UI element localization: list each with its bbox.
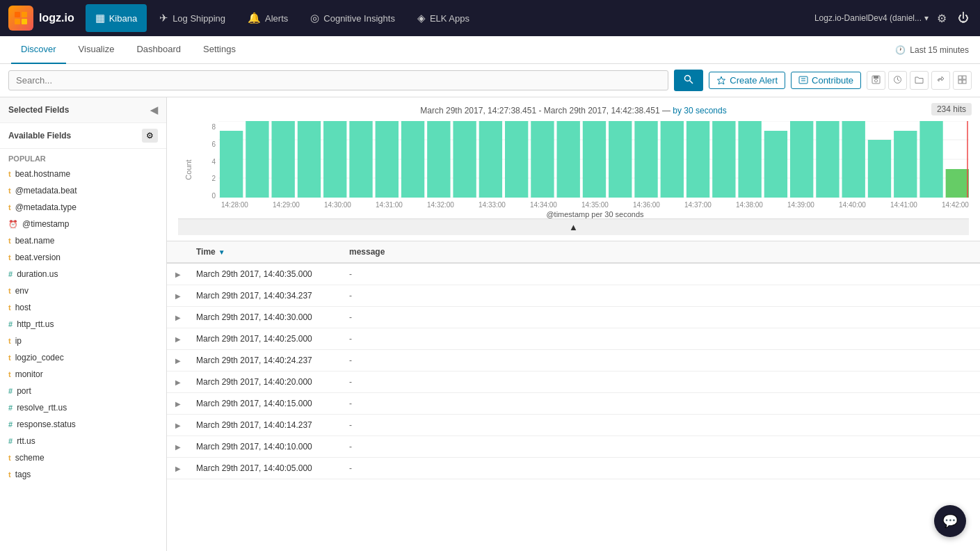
save-icon[interactable]	[867, 71, 885, 90]
table-row[interactable]: ▶ March 29th 2017, 14:40:05.000 -	[167, 458, 980, 479]
histogram-interval-link[interactable]: by 30 seconds	[673, 106, 726, 115]
field-type-icon: t	[8, 186, 11, 195]
nav-elk-apps[interactable]: ◈ ELK Apps	[408, 4, 479, 32]
field-beat-name[interactable]: t beat.name	[0, 232, 166, 249]
expand-arrow-icon[interactable]: ▶	[175, 292, 196, 300]
tab-settings[interactable]: Settings	[193, 36, 246, 64]
field-name-label: env	[15, 286, 158, 296]
time-col-header[interactable]: Time ▼	[196, 247, 349, 257]
table-row[interactable]: ▶ March 29th 2017, 14:40:25.000 -	[167, 328, 980, 350]
x-label-8: 14:35:00	[581, 201, 609, 209]
selected-fields-header: Selected Fields ◀	[0, 97, 166, 123]
field-type-icon: #	[8, 404, 13, 412]
table-row[interactable]: ▶ March 29th 2017, 14:40:15.000 -	[167, 393, 980, 415]
histogram-collapse-button[interactable]: ▲	[178, 218, 969, 235]
nav-cognitive-insights-label: Cognitive Insights	[323, 13, 395, 24]
alerts-icon: 🔔	[248, 12, 261, 24]
field-name-label: @metadata.type	[15, 202, 158, 212]
field-http-rtt-us[interactable]: # http_rtt.us	[0, 316, 166, 333]
logout-icon[interactable]: ⏻	[955, 9, 972, 27]
expand-arrow-icon[interactable]: ▶	[175, 443, 196, 451]
expand-arrow-icon[interactable]: ▶	[175, 400, 196, 408]
nav-alerts[interactable]: 🔔 Alerts	[238, 4, 298, 32]
table-row[interactable]: ▶ March 29th 2017, 14:40:10.000 -	[167, 436, 980, 458]
message-col-header: message	[349, 247, 972, 257]
expand-arrow-icon[interactable]: ▶	[175, 378, 196, 386]
folder-icon[interactable]	[910, 71, 929, 90]
tab-dashboard[interactable]: Dashboard	[127, 36, 191, 64]
nav-kibana[interactable]: ▦ Kibana	[86, 4, 147, 32]
available-fields-label: Available Fields	[8, 131, 71, 141]
search-input[interactable]	[8, 70, 668, 90]
table-row[interactable]: ▶ March 29th 2017, 14:40:30.000 -	[167, 307, 980, 328]
field-beat-version[interactable]: t beat.version	[0, 249, 166, 266]
svg-rect-24	[220, 131, 243, 198]
time-display[interactable]: 🕐 Last 15 minutes	[895, 45, 969, 55]
histogram-title: March 29th 2017, 14:27:38.451 - March 29…	[178, 106, 969, 115]
expand-arrow-icon[interactable]: ▶	[175, 314, 196, 321]
field-tags[interactable]: t tags	[0, 466, 166, 483]
table-row[interactable]: ▶ March 29th 2017, 14:40:20.000 -	[167, 372, 980, 393]
field-monitor[interactable]: t monitor	[0, 366, 166, 383]
field-host[interactable]: t host	[0, 299, 166, 316]
field-type-icon: t	[8, 370, 11, 378]
main-layout: Selected Fields ◀ Available Fields ⚙ Pop…	[0, 97, 980, 551]
table-row[interactable]: ▶ March 29th 2017, 14:40:35.000 -	[167, 264, 980, 285]
table-row[interactable]: ▶ March 29th 2017, 14:40:34.237 -	[167, 285, 980, 307]
grid-icon[interactable]	[953, 71, 972, 90]
sidebar: Selected Fields ◀ Available Fields ⚙ Pop…	[0, 97, 167, 551]
field-metadata-beat[interactable]: t @metadata.beat	[0, 182, 166, 199]
field-beat-hostname[interactable]: t beat.hostname	[0, 166, 166, 182]
time-cell: March 29th 2017, 14:40:34.237	[196, 291, 349, 301]
tab-discover[interactable]: Discover	[11, 36, 66, 64]
load-icon[interactable]	[888, 71, 907, 90]
svg-rect-49	[868, 140, 891, 198]
search-button[interactable]	[674, 70, 703, 91]
field-env[interactable]: t env	[0, 282, 166, 299]
settings-icon[interactable]: ⚙	[934, 9, 949, 28]
field-timestamp[interactable]: ⏰ @timestamp	[0, 216, 166, 232]
x-label-9: 14:36:00	[633, 201, 660, 209]
svg-rect-33	[453, 121, 476, 198]
svg-rect-50	[894, 131, 917, 198]
chat-icon: 💬	[942, 513, 958, 529]
sidebar-collapse-icon[interactable]: ◀	[150, 104, 158, 115]
expand-arrow-icon[interactable]: ▶	[175, 465, 196, 472]
field-metadata-type[interactable]: t @metadata.type	[0, 199, 166, 216]
svg-rect-16	[963, 76, 966, 79]
logo-area[interactable]: logz.io	[8, 6, 74, 31]
field-rtt-us[interactable]: # rtt.us	[0, 433, 166, 449]
field-type-icon: #	[8, 420, 13, 429]
expand-arrow-icon[interactable]: ▶	[175, 335, 196, 343]
expand-arrow-icon[interactable]: ▶	[175, 357, 196, 365]
field-response-status[interactable]: # response.status	[0, 416, 166, 433]
create-alert-button[interactable]: Create Alert	[709, 72, 785, 89]
nav-log-shipping[interactable]: ✈ Log Shipping	[150, 4, 235, 32]
x-label-3: 14:30:00	[324, 201, 351, 209]
field-resolve-rtt-us[interactable]: # resolve_rtt.us	[0, 399, 166, 416]
contribute-button[interactable]: Contribute	[791, 72, 861, 89]
available-fields-gear-button[interactable]: ⚙	[142, 129, 158, 143]
tab-visualize[interactable]: Visualize	[69, 36, 124, 64]
field-ip[interactable]: t ip	[0, 333, 166, 349]
user-dropdown[interactable]: Logz.io-DanielDev4 (daniel... ▾	[814, 13, 929, 23]
expand-arrow-icon[interactable]: ▶	[175, 422, 196, 429]
nav-cognitive-insights[interactable]: ◎ Cognitive Insights	[300, 4, 405, 32]
chat-button[interactable]: 💬	[934, 505, 966, 537]
sort-icon: ▼	[218, 248, 225, 256]
message-cell: -	[349, 399, 972, 408]
second-navigation: Discover Visualize Dashboard Settings 🕐 …	[0, 36, 980, 64]
tab-dashboard-label: Dashboard	[136, 44, 181, 54]
field-type-icon: t	[8, 470, 11, 479]
field-scheme[interactable]: t scheme	[0, 449, 166, 466]
histogram-chart[interactable]	[218, 121, 969, 198]
field-port[interactable]: # port	[0, 383, 166, 399]
field-duration-us[interactable]: # duration.us	[0, 266, 166, 282]
svg-point-11	[875, 79, 878, 82]
field-logzio-codec[interactable]: t logzio_codec	[0, 349, 166, 366]
time-cell: March 29th 2017, 14:40:24.237	[196, 356, 349, 365]
table-row[interactable]: ▶ March 29th 2017, 14:40:24.237 -	[167, 350, 980, 372]
share-icon[interactable]	[931, 71, 950, 90]
table-row[interactable]: ▶ March 29th 2017, 14:40:14.237 -	[167, 415, 980, 436]
expand-arrow-icon[interactable]: ▶	[175, 271, 196, 278]
